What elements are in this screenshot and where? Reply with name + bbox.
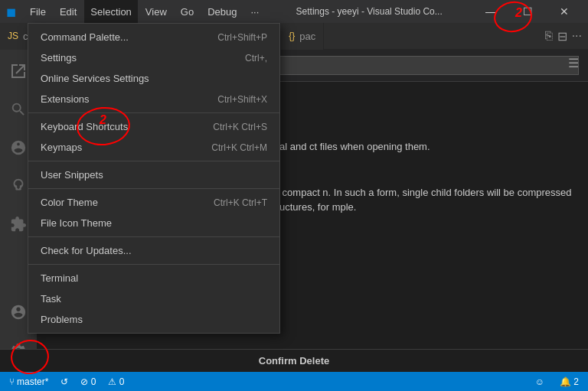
menu-command-palette-shortcut: Ctrl+Shift+P [217,32,267,43]
menu-keyboard-shortcuts-shortcut: Ctrl+K Ctrl+S [213,122,267,132]
menu-file-icon-theme[interactable]: File Icon Theme [28,213,279,233]
warnings-button[interactable]: ⚠ 0 [105,376,127,387]
vscode-logo: ◼ [6,5,16,19]
sync-button[interactable]: ↺ [57,376,71,387]
menu-more[interactable]: ··· [244,0,265,23]
maximize-button[interactable]: ☐ [510,0,545,23]
menu-check-updates-label: Check for Updates... [41,245,255,256]
menu-keymaps-label: Keymaps [41,142,199,153]
menu-file[interactable]: File [24,0,52,23]
menu-go[interactable]: Go [175,0,200,23]
notifications[interactable]: 🔔 2 [557,376,582,387]
menu-separator-1 [28,112,279,113]
menu-task-label: Task [41,293,267,305]
menu-bar: File Edit Selection View Go Debug ··· [24,0,265,23]
git-branch[interactable]: ⑂ master* [6,376,51,387]
menu-problems[interactable]: Problems [28,309,279,330]
menu-terminal-label: Terminal [41,272,267,284]
menu-terminal[interactable]: Terminal [28,268,279,288]
warnings-label: ⚠ 0 [108,376,124,387]
menu-edit[interactable]: Edit [54,0,83,23]
git-branch-label: master* [17,376,48,387]
window-controls: — ☐ ✕ [473,0,582,23]
menu-extensions-shortcut: Ctrl+Shift+X [217,94,267,105]
menu-settings-item[interactable]: Settings Ctrl+, [28,47,279,68]
menu-debug[interactable]: Debug [201,0,243,23]
menu-file-icon-theme-label: File Icon Theme [41,217,255,229]
menu-view[interactable]: View [139,0,173,23]
menu-color-theme[interactable]: Color Theme Ctrl+K Ctrl+T [28,192,279,213]
menu-dropdown-overlay[interactable]: Command Palette... Ctrl+Shift+P Settings… [0,23,588,372]
git-branch-icon: ⑂ [9,376,15,387]
menu-online-services-label: Online Services Settings [41,73,255,84]
menu-separator-5 [28,264,279,265]
menu-keyboard-shortcuts[interactable]: Keyboard Shortcuts Ctrl+K Ctrl+S [28,116,279,137]
bell-icon: 🔔 2 [560,376,579,387]
menu-separator-2 [28,161,279,161]
smiley-icon: ☺ [535,376,544,387]
menu-user-snippets-label: User Snippets [41,169,255,181]
menu-problems-label: Problems [41,314,267,325]
menu-color-theme-shortcut: Ctrl+K Ctrl+T [214,197,267,208]
minimize-button[interactable]: — [473,0,508,23]
sync-icon: ↺ [60,376,68,387]
close-button[interactable]: ✕ [547,0,582,23]
menu-extensions-label: Extensions [41,93,205,105]
menu-keymaps[interactable]: Keymaps Ctrl+K Ctrl+M [28,137,279,158]
status-bar-left: ⑂ master* ↺ ⊘ 0 ⚠ 0 [6,376,127,387]
errors-label: ⊘ 0 [80,376,96,387]
menu-task[interactable]: Task [28,288,279,309]
menu-command-palette[interactable]: Command Palette... Ctrl+Shift+P [28,27,279,47]
menu-separator-3 [28,188,279,189]
menu-keyboard-shortcuts-label: Keyboard Shortcuts [41,121,201,132]
account-status[interactable]: ☺ [532,376,547,387]
menu-settings-label: Settings [41,52,233,64]
menu-settings-shortcut: Ctrl+, [245,53,267,64]
preferences-menu: Command Palette... Ctrl+Shift+P Settings… [28,23,280,334]
menu-extensions[interactable]: Extensions Ctrl+Shift+X [28,89,279,109]
title-bar: ◼ File Edit Selection View Go Debug ··· … [0,0,588,23]
menu-check-updates[interactable]: Check for Updates... [28,240,279,261]
status-bar-right: ☺ 🔔 2 [532,376,582,387]
window-title: Settings - yeeyi - Visual Studio Co... [270,6,469,17]
menu-selection[interactable]: Selection [84,0,137,23]
menu-keymaps-shortcut: Ctrl+K Ctrl+M [211,142,267,153]
errors-button[interactable]: ⊘ 0 [77,376,99,387]
menu-separator-4 [28,236,279,237]
menu-user-snippets[interactable]: User Snippets [28,165,279,185]
menu-color-theme-label: Color Theme [41,197,201,208]
menu-online-services[interactable]: Online Services Settings [28,68,279,89]
menu-command-palette-label: Command Palette... [41,31,205,43]
status-bar: ⑂ master* ↺ ⊘ 0 ⚠ 0 ☺ 🔔 2 [0,372,588,391]
